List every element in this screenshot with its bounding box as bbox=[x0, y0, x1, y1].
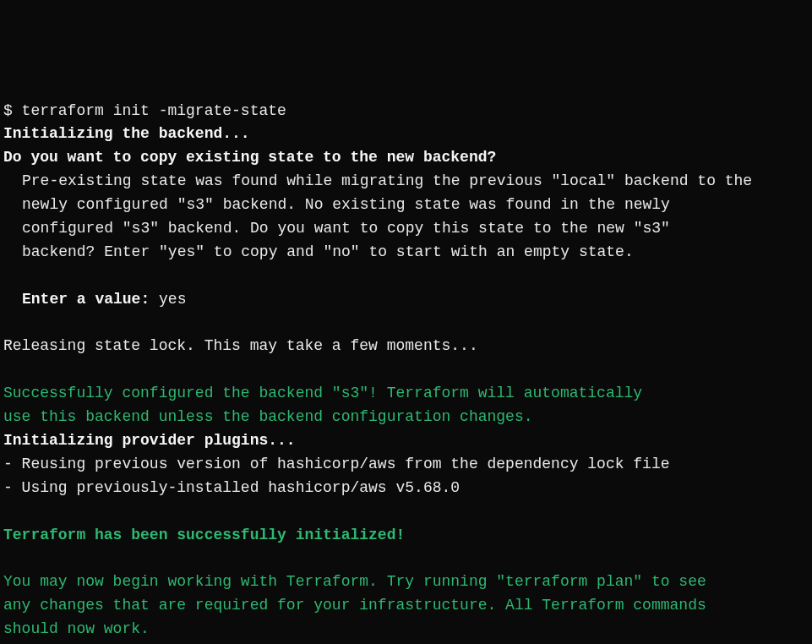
command-text: terraform init -migrate-state bbox=[22, 102, 286, 119]
shell-prompt: $ bbox=[3, 102, 22, 119]
preexisting-line-3: configured "s3" backend. Do you want to … bbox=[3, 217, 809, 241]
enter-value-label: Enter a value: bbox=[22, 291, 159, 308]
begin-line-3: should now work. bbox=[3, 618, 809, 641]
terminal-output: $ terraform init -migrate-stateInitializ… bbox=[3, 100, 809, 644]
blank-line-5 bbox=[3, 547, 809, 570]
enter-value-line: Enter a value: yes bbox=[3, 288, 809, 312]
blank-line-4 bbox=[3, 500, 809, 524]
blank-line-2 bbox=[3, 312, 809, 336]
releasing-line: Releasing state lock. This may take a fe… bbox=[3, 335, 809, 358]
success-s3-line-2: use this backend unless the backend conf… bbox=[3, 406, 809, 429]
tf-success-line: Terraform has been successfully initiali… bbox=[3, 524, 809, 548]
preexisting-line-2: newly configured "s3" backend. No existi… bbox=[3, 194, 809, 217]
copy-question-line: Do you want to copy existing state to th… bbox=[3, 146, 809, 170]
using-line: - Using previously-installed hashicorp/a… bbox=[3, 477, 809, 500]
init-plugins-line: Initializing provider plugins... bbox=[3, 429, 809, 453]
begin-line-1: You may now begin working with Terraform… bbox=[3, 570, 809, 594]
blank-line-3 bbox=[3, 358, 809, 382]
begin-line-2: any changes that are required for your i… bbox=[3, 594, 809, 618]
blank-line-1 bbox=[3, 265, 809, 288]
init-backend-line: Initializing the backend... bbox=[3, 123, 809, 146]
reusing-line: - Reusing previous version of hashicorp/… bbox=[3, 453, 809, 477]
success-s3-line-1: Successfully configured the backend "s3"… bbox=[3, 382, 809, 406]
enter-value-input: yes bbox=[159, 291, 186, 308]
command-line: $ terraform init -migrate-state bbox=[3, 100, 809, 123]
preexisting-line-4: backend? Enter "yes" to copy and "no" to… bbox=[3, 241, 809, 265]
preexisting-line-1: Pre-existing state was found while migra… bbox=[3, 170, 809, 194]
